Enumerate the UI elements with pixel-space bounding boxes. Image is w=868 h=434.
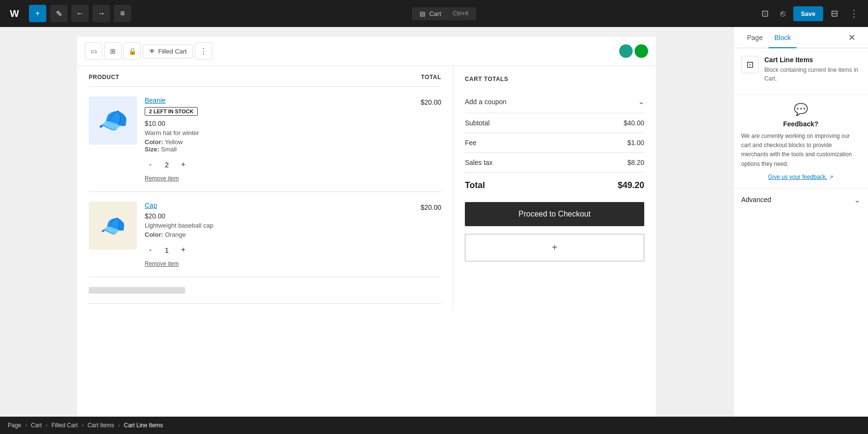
settings-toggle-button[interactable]: ⊟ bbox=[827, 6, 842, 21]
layout-btn-2[interactable]: ⊞ bbox=[104, 42, 122, 60]
tax-value: $8.20 bbox=[627, 159, 644, 166]
breadcrumb-sep-1: › bbox=[25, 422, 27, 429]
total-row: Total $49.20 bbox=[465, 173, 644, 198]
save-button[interactable]: Save bbox=[793, 6, 823, 21]
block-options-button[interactable]: ⋮ bbox=[195, 42, 212, 60]
menu-button[interactable]: ≡ bbox=[114, 5, 131, 22]
block-icon-row: ⊡ Cart Line Items Block containing curre… bbox=[741, 56, 860, 83]
item-name-cap[interactable]: Cap bbox=[145, 202, 157, 209]
tab-page[interactable]: Page bbox=[741, 27, 769, 48]
block-type-icon: ⊡ bbox=[741, 56, 759, 73]
add-block-to-totals-button[interactable]: + bbox=[465, 234, 644, 261]
panel-close-button[interactable]: ✕ bbox=[843, 27, 860, 48]
keyboard-shortcut: Ctrl+K bbox=[453, 10, 469, 17]
remove-item-beanie[interactable]: Remove item bbox=[145, 175, 179, 182]
item-size-beanie: Size: Small bbox=[145, 146, 395, 153]
coupon-row[interactable]: Add a coupon ⌄ bbox=[465, 90, 644, 113]
breadcrumb-sep-2: › bbox=[46, 422, 48, 429]
cart-item-cap: 🧢 Cap $20.00 Lightweight baseball cap Co… bbox=[89, 192, 441, 277]
status-dot-green bbox=[635, 44, 648, 58]
feedback-link[interactable]: Give us your feedback. bbox=[768, 174, 827, 180]
subtotal-row: Subtotal $40.00 bbox=[465, 113, 644, 133]
total-column-header: TOTAL bbox=[421, 74, 441, 81]
redo-button[interactable]: → bbox=[93, 5, 110, 22]
toolbar: W + ✎ ← → ≡ ▤ Cart Ctrl+K ⊡ ⎋ Save ⊟ ⋮ bbox=[0, 0, 868, 27]
item-color-cap: Color: Orange bbox=[145, 231, 395, 238]
item-color-beanie: Color: Yellow bbox=[145, 138, 395, 146]
preview-button[interactable]: ⎋ bbox=[776, 7, 789, 21]
lock-btn[interactable]: 🔒 bbox=[123, 42, 141, 60]
feedback-icon: 💬 bbox=[741, 103, 860, 116]
coupon-label: Add a coupon bbox=[465, 98, 506, 106]
canvas-scroll: ▭ ⊞ 🔒 👁 Filled Cart ⋮ bbox=[0, 27, 733, 417]
total-value: $49.20 bbox=[618, 180, 644, 190]
cart-table-header: PRODUCT TOTAL bbox=[89, 74, 441, 87]
right-panel: Page Block ✕ ⊡ Cart Line Items Block con… bbox=[733, 27, 868, 417]
cart-content: PRODUCT TOTAL 🧢 Beanie 2 LEFT IN STOCK $… bbox=[77, 66, 656, 312]
undo-button[interactable]: ← bbox=[71, 5, 89, 22]
cart-item-beanie: 🧢 Beanie 2 LEFT IN STOCK $10.00 Warm hat… bbox=[89, 87, 441, 192]
qty-control-beanie: - 2 + bbox=[145, 159, 395, 170]
panel-tabs: Page Block ✕ bbox=[733, 27, 868, 48]
feedback-title: Feedback? bbox=[741, 120, 860, 128]
canvas-inner: ▭ ⊞ 🔒 👁 Filled Cart ⋮ bbox=[77, 37, 656, 417]
cart-items-section: PRODUCT TOTAL 🧢 Beanie 2 LEFT IN STOCK $… bbox=[77, 66, 453, 312]
status-dots bbox=[619, 44, 648, 58]
breadcrumb-page[interactable]: Page bbox=[8, 422, 21, 429]
qty-increase-beanie[interactable]: + bbox=[177, 159, 189, 170]
tax-label: Sales tax bbox=[465, 159, 493, 166]
layout-btn-1[interactable]: ▭ bbox=[85, 42, 102, 60]
page-title-bar[interactable]: ▤ Cart Ctrl+K bbox=[412, 7, 476, 20]
tab-block[interactable]: Block bbox=[769, 27, 797, 48]
cart-totals-section: CART TOTALS Add a coupon ⌄ Subtotal $40.… bbox=[453, 66, 656, 312]
remove-item-cap[interactable]: Remove item bbox=[145, 260, 179, 267]
toolbar-right: ⊡ ⎋ Save ⊟ ⋮ bbox=[758, 6, 862, 21]
view-toggle-button[interactable]: ⊡ bbox=[758, 6, 773, 21]
block-info-section: ⊡ Cart Line Items Block containing curre… bbox=[733, 48, 868, 95]
qty-value-beanie: 2 bbox=[162, 161, 172, 169]
edit-button[interactable]: ✎ bbox=[50, 5, 68, 22]
item-details-beanie: Beanie 2 LEFT IN STOCK $10.00 Warm hat f… bbox=[145, 96, 395, 182]
item-price-beanie: $10.00 bbox=[145, 120, 395, 127]
wp-logo[interactable]: W bbox=[6, 5, 23, 22]
item-desc-beanie: Warm hat for winter bbox=[145, 129, 395, 136]
item-name-beanie[interactable]: Beanie bbox=[145, 96, 166, 104]
coupon-chevron-icon: ⌄ bbox=[638, 97, 644, 106]
breadcrumb-filled-cart[interactable]: Filled Cart bbox=[52, 422, 78, 429]
breadcrumb-sep-3: › bbox=[81, 422, 83, 429]
item-image-beanie: 🧢 bbox=[89, 96, 137, 145]
breadcrumb-sep-4: › bbox=[118, 422, 120, 429]
cart-totals-title: CART TOTALS bbox=[465, 76, 644, 82]
page-title: Cart bbox=[429, 10, 441, 17]
checkout-button[interactable]: Proceed to Checkout bbox=[465, 202, 644, 226]
item-image-cap: 🧢 bbox=[89, 202, 137, 250]
breadcrumb: Page › Cart › Filled Cart › Cart Items ›… bbox=[0, 417, 868, 434]
toolbar-center: ▤ Cart Ctrl+K bbox=[135, 7, 754, 20]
block-label[interactable]: 👁 Filled Cart bbox=[143, 44, 193, 58]
qty-decrease-beanie[interactable]: - bbox=[145, 159, 156, 170]
item-price-cap: $20.00 bbox=[145, 212, 395, 220]
advanced-section[interactable]: Advanced ⌄ bbox=[733, 189, 868, 211]
breadcrumb-current: Cart Line Items bbox=[124, 422, 163, 429]
eye-icon: 👁 bbox=[149, 48, 155, 55]
block-description: Block containing current line items in C… bbox=[764, 66, 860, 83]
block-toolbar: ▭ ⊞ 🔒 👁 Filled Cart ⋮ bbox=[77, 37, 656, 66]
qty-increase-cap[interactable]: + bbox=[177, 244, 189, 256]
item-desc-cap: Lightweight baseball cap bbox=[145, 222, 395, 229]
qty-control-cap: - 1 + bbox=[145, 244, 395, 256]
canvas-area: ▭ ⊞ 🔒 👁 Filled Cart ⋮ bbox=[0, 27, 733, 417]
fee-value: $1.00 bbox=[627, 139, 644, 147]
more-options-button[interactable]: ⋮ bbox=[846, 6, 862, 21]
advanced-label: Advanced bbox=[741, 196, 771, 203]
qty-decrease-cap[interactable]: - bbox=[145, 244, 156, 256]
cart-icon: ▤ bbox=[420, 10, 425, 17]
block-label-text: Filled Cart bbox=[158, 48, 187, 55]
breadcrumb-cart[interactable]: Cart bbox=[31, 422, 42, 429]
feedback-text: We are currently working on improving ou… bbox=[741, 132, 860, 169]
breadcrumb-cart-items[interactable]: Cart Items bbox=[87, 422, 114, 429]
subtotal-label: Subtotal bbox=[465, 119, 489, 127]
subtotal-value: $40.00 bbox=[624, 119, 644, 127]
advanced-chevron-icon: ⌄ bbox=[854, 195, 860, 204]
plus-icon: + bbox=[552, 242, 557, 253]
add-block-button[interactable]: + bbox=[29, 5, 46, 22]
